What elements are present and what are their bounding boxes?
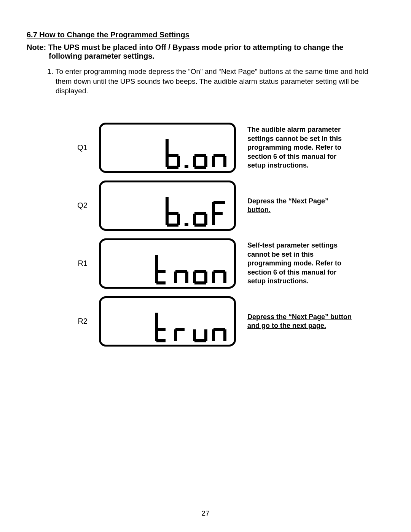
- lcd-glyphs-q1: [165, 139, 227, 169]
- section-heading: 6.7 How to Change the Programmed Setting…: [27, 30, 384, 39]
- lcd-row-r2: R2: [27, 296, 384, 347]
- lcd-row-q2: Q2: [27, 181, 384, 231]
- lcd-label-q1: Q1: [27, 143, 99, 152]
- note-line1: Note: The UPS must be placed into Off / …: [27, 43, 343, 51]
- lcd-caption-r1: Self-test parameter settings cannot be s…: [236, 241, 352, 286]
- seg-char-o-icon: [192, 197, 208, 227]
- lcd-caption-q2: Depress the “Next Page” button.: [236, 197, 352, 215]
- seg-char-r-icon: [173, 313, 189, 342]
- lcd-row-r1: R1: [27, 238, 384, 289]
- seg-char-n-icon: [211, 139, 227, 169]
- lcd-caption-r2: Depress the “Next Page” button and go to…: [236, 313, 352, 331]
- step-number: 1.: [27, 67, 56, 96]
- note-line2: following parameter settings.: [27, 52, 384, 61]
- lcd-block: Q1: [27, 123, 384, 347]
- seg-char-n-icon: [211, 313, 227, 342]
- seg-char-b-icon: [165, 139, 181, 169]
- page-number: 27: [0, 509, 411, 518]
- seg-char-n-icon: [211, 255, 227, 284]
- step-item-1: 1. To enter programming mode depress the…: [27, 67, 384, 96]
- seg-dot-icon: [184, 139, 189, 169]
- lcd-frame-q2: [99, 181, 236, 231]
- lcd-label-r2: R2: [27, 317, 99, 326]
- seg-char-u-icon: [192, 313, 208, 342]
- manual-page: 6.7 How to Change the Programmed Setting…: [0, 0, 411, 532]
- seg-char-b-icon: [165, 197, 181, 227]
- svg-rect-4: [185, 165, 188, 168]
- seg-char-t-icon: [154, 255, 170, 284]
- lcd-frame-q1: [99, 123, 236, 173]
- lcd-glyphs-r1: [154, 255, 227, 284]
- seg-char-o-icon: [192, 255, 208, 284]
- step-text: To enter programming mode depress the “O…: [56, 67, 384, 96]
- lcd-glyphs-q2: [165, 197, 227, 227]
- seg-dot-icon: [184, 197, 189, 227]
- lcd-glyphs-r2: [154, 313, 227, 342]
- seg-char-t-icon: [154, 313, 170, 342]
- seg-char-o-icon: [192, 139, 208, 169]
- seg-char-n-icon: [173, 255, 189, 284]
- lcd-caption-q1: The audible alarm parameter settings can…: [236, 125, 352, 170]
- svg-rect-16: [185, 223, 188, 226]
- lcd-label-q2: Q2: [27, 201, 99, 210]
- lcd-row-q1: Q1: [27, 123, 384, 173]
- lcd-frame-r1: [99, 238, 236, 289]
- note-block: Note: The UPS must be placed into Off / …: [27, 43, 384, 61]
- lcd-frame-r2: [99, 296, 236, 347]
- step-list: 1. To enter programming mode depress the…: [27, 67, 384, 96]
- seg-char-f-icon: [211, 197, 227, 227]
- lcd-label-r1: R1: [27, 259, 99, 268]
